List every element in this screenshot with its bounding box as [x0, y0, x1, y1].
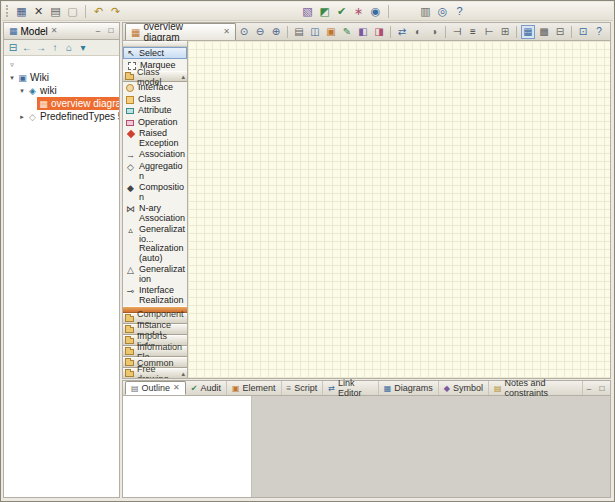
maximize-icon[interactable]: □	[105, 26, 117, 37]
tab-diagrams[interactable]: ▦ Diagrams	[379, 381, 439, 395]
selected-tree-item[interactable]: ▦ overview diagram	[37, 97, 119, 110]
tree-root-row[interactable]: ▿	[4, 58, 119, 71]
palette-tool-select[interactable]: ↖ Select	[123, 47, 187, 59]
palette-item-nary-association[interactable]: ⋈ N-ary Association	[123, 203, 187, 224]
palette-item-label: Interface	[138, 83, 186, 93]
palette-item-generalization-realization-auto[interactable]: ▵ Generalizatio... Realization (auto)	[123, 224, 187, 264]
align-right-icon[interactable]: ⊢	[482, 25, 496, 39]
edit-properties-icon[interactable]: ✎	[340, 25, 354, 39]
toolbar-separator	[516, 26, 517, 38]
marquee-icon	[128, 62, 136, 70]
palette-tool-label: Select	[139, 48, 164, 58]
toolbar-grip[interactable]	[6, 5, 10, 17]
expander-icon[interactable]: ▾	[17, 87, 27, 95]
show-grid-icon[interactable]: ▦	[521, 25, 535, 39]
diagram-palette: ↖ Select Marquee Class model Interface	[123, 41, 188, 378]
nav-back-icon[interactable]: ←	[20, 41, 34, 55]
bottom-tab-label: Script	[294, 383, 317, 393]
align-center-icon[interactable]: ≡	[466, 25, 480, 39]
tab-outline[interactable]: ▤ Outline ✕	[125, 381, 186, 395]
palette-icon[interactable]: ▧	[300, 4, 315, 19]
maximize-icon[interactable]: □	[596, 384, 608, 395]
diagrams-icon: ▦	[384, 384, 392, 393]
save-as-image-icon[interactable]: ◫	[308, 25, 322, 39]
palette-item-generalization[interactable]: △ Generalization	[123, 264, 187, 285]
new-model-icon[interactable]: ▦	[14, 4, 29, 19]
print-diagram-icon[interactable]: ▤	[292, 25, 306, 39]
palette-item-aggregation[interactable]: ◇ Aggregation	[123, 161, 187, 182]
unmask-icon[interactable]: ◑	[427, 25, 441, 39]
tab-symbol[interactable]: ◆ Symbol	[439, 381, 489, 395]
diagram-canvas[interactable]	[188, 41, 610, 378]
palette-item-operation[interactable]: Operation	[123, 117, 187, 129]
tab-model[interactable]: ▦ Model ✕	[6, 23, 60, 39]
fit-to-window-icon[interactable]: ⊡	[576, 25, 590, 39]
palette-group-class-model[interactable]: Class model	[123, 71, 187, 82]
minimize-icon[interactable]: –	[92, 26, 104, 37]
diagram-help-icon[interactable]: ?	[592, 25, 606, 39]
show-links-icon[interactable]: ⇄	[395, 25, 409, 39]
tab-notes-and-constraints[interactable]: ▤ Notes and constraints	[489, 381, 583, 395]
help-icon[interactable]: ?	[452, 4, 467, 19]
pattern-icon[interactable]: ∗	[351, 4, 366, 19]
expander-icon[interactable]: ▾	[7, 74, 17, 82]
console-icon[interactable]: ▥	[418, 4, 433, 19]
close-icon[interactable]: ✕	[223, 28, 230, 36]
palette-item-interface[interactable]: Interface	[123, 82, 187, 94]
tree-item-wiki-package[interactable]: ▾ ◈ wiki	[4, 84, 119, 97]
web-publish-icon[interactable]: ◉	[368, 4, 383, 19]
nav-forward-icon[interactable]: →	[34, 41, 48, 55]
audit-check-icon[interactable]: ✔	[334, 4, 349, 19]
zoom-in-icon[interactable]: ⊕	[269, 25, 283, 39]
minimize-icon[interactable]: –	[583, 384, 595, 395]
palette-item-composition[interactable]: ◆ Composition	[123, 182, 187, 203]
mask-icon[interactable]: ◐	[411, 25, 425, 39]
tree-item-predefined-types[interactable]: ▸ ◇ PredefinedTypes 5.3.00	[4, 110, 119, 123]
tab-overview-diagram[interactable]: ▦ overview diagram ✕	[125, 23, 236, 40]
collapse-all-icon[interactable]: ⊟	[6, 41, 20, 55]
palette-item-association[interactable]: → Association	[123, 149, 187, 161]
delete-icon[interactable]: ✕	[31, 4, 46, 19]
palette-item-class[interactable]: Class	[123, 94, 187, 106]
home-icon[interactable]: ⌂	[62, 41, 76, 55]
tab-script[interactable]: ≡ Script	[282, 381, 324, 395]
operation-icon	[126, 120, 134, 126]
tab-audit[interactable]: ✔ Audit	[186, 381, 227, 395]
expander-icon[interactable]: ▸	[17, 113, 27, 121]
export-icon[interactable]: ▢	[65, 4, 80, 19]
toolbar-separator	[287, 26, 288, 38]
palette-group-information-flow[interactable]: Information Flo...	[123, 346, 187, 357]
undo-icon[interactable]: ↶	[91, 4, 106, 19]
palette-item-label: Association	[139, 150, 186, 160]
palette-group-free-drawing[interactable]: Free drawing	[123, 368, 187, 378]
tree-item-overview-diagram[interactable]: ▦ overview diagram	[4, 97, 119, 110]
close-icon[interactable]: ✕	[173, 384, 180, 392]
palette-item-raised-exception[interactable]: Raised Exception	[123, 128, 187, 149]
diagram-toolbar: ⊙ ⊖ ⊕ ▤ ◫ ▣ ✎ ◧ ◨ ⇄ ◐ ◑ ⊣ ≡ ⊢ ⊞ ▦	[236, 25, 610, 40]
redo-icon[interactable]: ↷	[108, 4, 123, 19]
search-icon[interactable]: ◎	[435, 4, 450, 19]
fill-style-icon[interactable]: ◨	[372, 25, 386, 39]
zoom-100-icon[interactable]: ⊙	[237, 25, 251, 39]
align-left-icon[interactable]: ⊣	[450, 25, 464, 39]
interface-realization-icon: ⊸	[125, 286, 136, 296]
snap-to-grid-icon[interactable]: ▩	[537, 25, 551, 39]
bottom-tab-label: Element	[243, 383, 276, 393]
view-menu-icon[interactable]: ▾	[76, 41, 90, 55]
tree-item-wiki-project[interactable]: ▾ ▣ Wiki	[4, 71, 119, 84]
outline-preview-area[interactable]	[123, 396, 252, 497]
nav-up-icon[interactable]: ↑	[48, 41, 62, 55]
modules-icon[interactable]: ◩	[317, 4, 332, 19]
print-icon[interactable]: ▤	[48, 4, 63, 19]
copy-image-icon[interactable]: ▣	[324, 25, 338, 39]
style-editor-icon[interactable]: ◧	[356, 25, 370, 39]
same-size-icon[interactable]: ⊞	[498, 25, 512, 39]
palette-item-attribute[interactable]: Attribute	[123, 105, 187, 117]
tab-link-editor[interactable]: ⇄ Link Editor	[323, 381, 378, 395]
zoom-out-icon[interactable]: ⊖	[253, 25, 267, 39]
tab-element[interactable]: ▣ Element	[227, 381, 282, 395]
palette-item-interface-realization[interactable]: ⊸ Interface Realization	[123, 285, 187, 306]
show-page-bounds-icon[interactable]: ⊟	[553, 25, 567, 39]
close-icon[interactable]: ✕	[51, 27, 58, 35]
expander-icon[interactable]: ▿	[7, 61, 17, 69]
